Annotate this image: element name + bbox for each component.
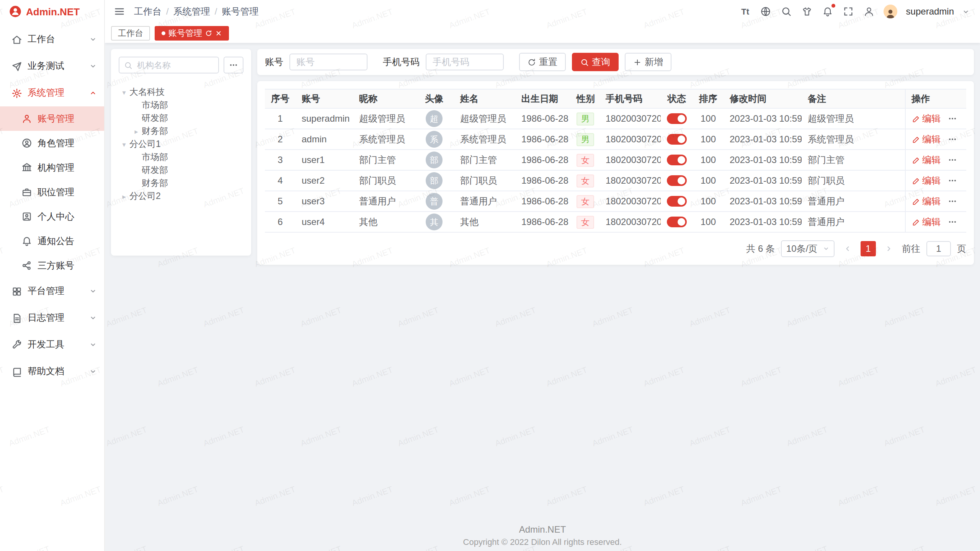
tree-node[interactable]: ▸财务部 (119, 125, 243, 138)
page-number-button[interactable]: 1 (861, 241, 876, 256)
caret-right-icon[interactable]: ▸ (131, 127, 142, 135)
bank-icon (21, 162, 32, 173)
caret-right-icon[interactable]: ▸ (119, 192, 129, 200)
gender-badge: 女 (577, 153, 594, 166)
font-size-icon[interactable]: Tt (739, 5, 751, 18)
edit-icon (911, 176, 920, 185)
notification-bell-icon[interactable] (822, 5, 834, 18)
gender-badge: 男 (577, 133, 594, 146)
status-toggle[interactable] (667, 134, 687, 145)
sidebar-item-org-management[interactable]: 机构管理 (0, 155, 104, 180)
plus-icon (633, 58, 642, 66)
caret-down-icon[interactable]: ▾ (119, 88, 129, 96)
cell-phone: 18020030720 (599, 108, 661, 129)
prev-page-button[interactable] (841, 240, 854, 257)
cell-birthdate: 1986-06-28 (515, 191, 570, 212)
close-icon[interactable] (215, 29, 222, 36)
fullscreen-icon[interactable] (843, 5, 855, 18)
reset-button[interactable]: 重置 (519, 53, 566, 71)
row-more-button[interactable] (947, 114, 957, 123)
sidebar-item-business-test[interactable]: 业务测试 (0, 53, 104, 80)
sidebar-item-label: 工作台 (28, 33, 55, 46)
sidebar-item-log-management[interactable]: 日志管理 (0, 305, 104, 331)
username[interactable]: superadmin (906, 6, 954, 17)
cell-status (661, 129, 693, 150)
language-icon[interactable] (760, 5, 772, 18)
row-more-button[interactable] (947, 197, 957, 206)
next-page-button[interactable] (882, 240, 896, 257)
edit-button[interactable]: 编辑 (911, 153, 941, 166)
status-toggle[interactable] (667, 196, 687, 207)
row-more-button[interactable] (947, 155, 957, 165)
search-icon[interactable] (781, 5, 793, 18)
breadcrumb-item[interactable]: 账号管理 (222, 5, 258, 18)
ellipsis-icon (947, 197, 957, 206)
status-toggle[interactable] (667, 217, 687, 228)
tree-node[interactable]: 研发部 (119, 164, 243, 177)
tree-node[interactable]: 市场部 (119, 99, 243, 112)
caret-down-icon[interactable]: ▾ (119, 140, 129, 148)
edit-button[interactable]: 编辑 (911, 133, 941, 146)
cell-nickname: 普通用户 (353, 191, 414, 212)
status-toggle[interactable] (667, 114, 687, 124)
avatar: 普 (426, 193, 443, 210)
chevron-down-icon[interactable] (962, 8, 969, 15)
sidebar-item-notice[interactable]: 通知公告 (0, 229, 104, 253)
sidebar-item-dev-tools[interactable]: 开发工具 (0, 331, 104, 358)
breadcrumb-separator: / (166, 6, 169, 17)
phone-input[interactable] (426, 54, 504, 70)
tree-more-button[interactable] (224, 57, 243, 73)
sidebar-item-label: 角色管理 (38, 137, 74, 150)
tree-node[interactable]: ▸分公司2 (119, 190, 243, 203)
search-button[interactable]: 查询 (572, 53, 619, 71)
tree-node[interactable]: 财务部 (119, 177, 243, 190)
sidebar-item-platform-management[interactable]: 平台管理 (0, 278, 104, 305)
tab-account-management[interactable]: 账号管理 (155, 26, 229, 40)
tree-node[interactable]: ▾分公司1 (119, 138, 243, 151)
sidebar-item-third-party-account[interactable]: 三方账号 (0, 253, 104, 278)
add-button[interactable]: 新增 (625, 53, 671, 71)
tab-workbench[interactable]: 工作台 (111, 26, 150, 40)
row-more-button[interactable] (947, 176, 957, 185)
profile-icon[interactable] (863, 5, 875, 18)
sidebar-item-label: 职位管理 (38, 186, 74, 199)
row-more-button[interactable] (947, 217, 957, 227)
sidebar-item-personal-center[interactable]: 个人中心 (0, 204, 104, 229)
avatar[interactable] (884, 5, 898, 18)
sidebar-item-position-management[interactable]: 职位管理 (0, 180, 104, 204)
sidebar-item-system-management[interactable]: 系统管理 (0, 80, 104, 106)
edit-button[interactable]: 编辑 (911, 215, 941, 228)
theme-icon[interactable] (801, 5, 813, 18)
sidebar-item-workbench[interactable]: 工作台 (0, 26, 104, 53)
logo-text: Admin.NET (26, 6, 80, 17)
sidebar-item-role-management[interactable]: 角色管理 (0, 131, 104, 155)
row-more-button[interactable] (947, 135, 957, 144)
edit-button[interactable]: 编辑 (911, 195, 941, 208)
sidebar-item-account-management[interactable]: 账号管理 (0, 106, 104, 131)
edit-button[interactable]: 编辑 (911, 112, 941, 125)
cell-phone: 18020030720 (599, 191, 661, 212)
breadcrumb-item[interactable]: 系统管理 (173, 5, 210, 18)
tree-node[interactable]: ▾大名科技 (119, 86, 243, 99)
document-icon (11, 312, 22, 324)
breadcrumb: 工作台 / 系统管理 / 账号管理 (134, 5, 258, 18)
goto-page-input[interactable] (926, 241, 951, 256)
user-icon (21, 113, 32, 124)
cell-modified-time: 2023-01-03 10:59:44 (724, 129, 802, 150)
refresh-icon[interactable] (205, 29, 212, 36)
breadcrumb-item[interactable]: 工作台 (134, 5, 162, 18)
tree-node[interactable]: 市场部 (119, 151, 243, 164)
sidebar-item-help-docs[interactable]: 帮助文档 (0, 358, 104, 385)
status-toggle[interactable] (667, 176, 687, 186)
account-input[interactable] (289, 54, 368, 70)
page-size-select[interactable]: 10条/页 (781, 240, 835, 257)
tree-node[interactable]: 研发部 (119, 112, 243, 125)
app-logo[interactable]: Admin.NET (0, 0, 104, 23)
col-avatar: 头像 (414, 89, 454, 108)
accounts-table: 序号 账号 昵称 头像 姓名 出生日期 性别 手机号码 状态 排序 修改时间 备… (265, 89, 966, 233)
status-toggle[interactable] (667, 155, 687, 166)
org-search-input[interactable] (136, 60, 214, 70)
menu-collapse-icon[interactable] (114, 6, 125, 17)
edit-button[interactable]: 编辑 (911, 174, 941, 187)
tab-label: 账号管理 (168, 27, 202, 39)
